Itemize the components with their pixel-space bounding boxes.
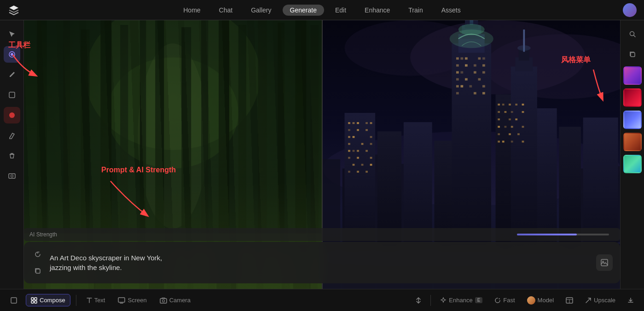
svg-rect-95 [460,57,463,59]
bottom-right-tools: Enhance E Fast Model [411,294,638,307]
svg-rect-80 [370,143,372,145]
svg-rect-123 [504,111,506,113]
svg-rect-109 [478,78,481,81]
canvas-size-btn[interactable] [6,294,22,306]
svg-rect-148 [631,53,635,57]
svg-rect-75 [348,136,350,138]
svg-rect-117 [498,104,500,106]
download-btn[interactable] [623,295,638,306]
cursor-tool[interactable] [4,26,20,42]
prompt-icon-group [31,248,44,277]
prompt-text[interactable]: An Art Deco skyscraper in New York, jazz… [50,253,591,272]
svg-rect-150 [31,298,34,300]
tab-assets[interactable]: Assets [434,5,468,16]
svg-rect-102 [482,64,485,66]
camera-btn[interactable]: Camera [155,294,195,306]
style-thumb-4[interactable] [623,133,642,151]
tab-chat[interactable]: Chat [212,5,240,16]
upscale-btn[interactable]: Upscale [580,294,620,306]
prompt-image-btn[interactable] [596,254,613,271]
tab-gallery[interactable]: Gallery [244,5,278,16]
app-logo[interactable] [7,4,20,17]
svg-rect-129 [498,126,500,128]
svg-rect-153 [35,301,37,303]
delete-tool[interactable] [4,147,20,164]
style-search-btn[interactable] [624,26,641,42]
svg-rect-119 [509,104,511,106]
ai-strength-track[interactable] [517,234,609,235]
screenshot-tool[interactable] [4,168,20,184]
speed-btn[interactable]: Fast [490,294,519,306]
left-toolbar [0,20,24,289]
svg-rect-90 [370,164,372,166]
screen-btn[interactable]: Screen [113,294,151,306]
svg-rect-98 [482,57,485,59]
svg-rect-78 [348,143,350,145]
tab-generate[interactable]: Generate [283,5,324,16]
svg-rect-125 [522,111,524,113]
right-panel [620,20,644,289]
svg-rect-99 [456,64,458,66]
svg-rect-139 [522,141,524,142]
pen-tool[interactable] [4,66,20,83]
svg-rect-111 [460,85,463,88]
svg-rect-74 [366,129,368,131]
svg-rect-2 [9,92,15,98]
speed-label: Fast [503,297,515,304]
svg-rect-154 [118,298,125,302]
svg-rect-86 [357,157,359,159]
compose-btn[interactable]: Compose [26,294,70,306]
frame-tool[interactable] [4,87,20,103]
export-btn[interactable] [561,295,578,306]
svg-rect-89 [361,164,363,166]
svg-rect-135 [517,133,520,135]
user-avatar[interactable] [623,3,637,17]
style-thumb-3[interactable] [623,111,642,129]
svg-rect-105 [474,71,476,74]
svg-point-57 [458,24,484,35]
text-btn[interactable]: Text [82,294,110,306]
svg-rect-115 [474,92,476,94]
model-btn[interactable]: Model [522,294,558,307]
svg-rect-72 [348,129,350,131]
tab-home[interactable]: Home [176,5,208,16]
svg-rect-124 [511,111,513,113]
ai-strength-fill [517,234,577,235]
top-nav: Home Chat Gallery Generate Edit Enhance … [0,0,644,20]
tab-train[interactable]: Train [401,5,430,16]
svg-rect-83 [357,150,359,152]
svg-rect-108 [464,78,467,81]
tab-enhance[interactable]: Enhance [357,5,397,16]
svg-rect-151 [35,298,37,300]
prompt-copy-icon[interactable] [31,264,44,277]
style-copy-btn[interactable] [624,46,641,63]
svg-point-66 [517,45,531,51]
style-thumb-5[interactable] [623,155,642,173]
paint-tool[interactable] [4,46,20,63]
svg-rect-71 [370,122,372,124]
upscale-label: Upscale [594,297,615,304]
tab-edit[interactable]: Edit [328,5,354,16]
svg-rect-91 [348,171,350,173]
eraser-tool[interactable] [4,127,20,144]
svg-rect-81 [348,150,350,152]
enhance-btn[interactable]: Enhance E [435,294,487,306]
enhance-label: Enhance [449,297,472,304]
prompt-refresh-icon[interactable] [31,248,44,261]
svg-rect-104 [460,71,463,74]
style-thumb-1[interactable] [623,66,642,85]
svg-rect-138 [511,141,513,142]
style-thumb-2[interactable] [623,88,642,107]
record-tool[interactable] [4,107,20,123]
svg-rect-121 [522,104,524,106]
svg-rect-127 [509,118,511,120]
svg-rect-73 [357,129,359,131]
svg-rect-100 [464,64,467,66]
svg-rect-126 [498,118,500,120]
separator-2 [430,295,431,306]
iterations-btn[interactable] [411,294,426,306]
svg-rect-130 [504,126,506,128]
svg-rect-137 [502,141,504,142]
enhance-kbd: E [475,297,483,303]
svg-rect-4 [9,174,15,178]
